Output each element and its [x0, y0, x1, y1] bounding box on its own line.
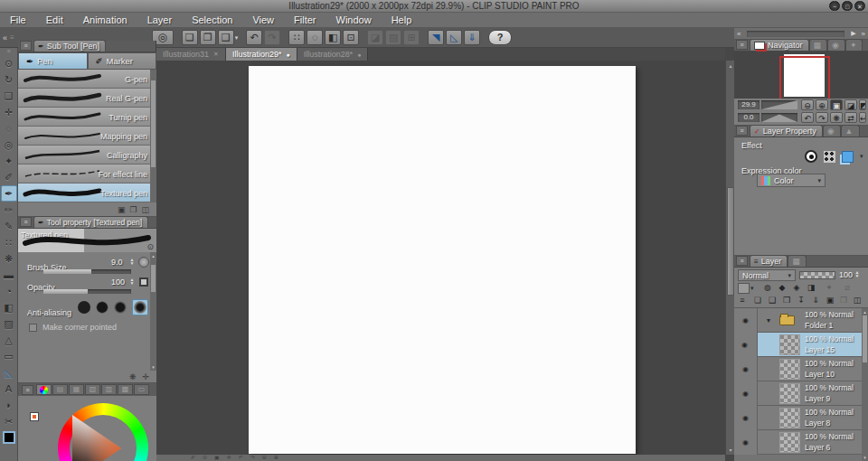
tab-color-history[interactable]: ▩: [118, 384, 133, 395]
status-icon[interactable]: ⊙: [203, 455, 207, 461]
snap-ruler-button[interactable]: ◥: [428, 30, 444, 45]
layer-property-menu-icon[interactable]: ≡: [736, 126, 748, 136]
status-icon[interactable]: ↶: [239, 455, 243, 461]
layer-name[interactable]: Folder 1: [805, 321, 833, 330]
fill-button[interactable]: ◧: [325, 30, 341, 45]
reset-rotation-button[interactable]: ❋: [830, 112, 843, 123]
flip-view-button[interactable]: ⇄: [844, 112, 857, 123]
pencil-tool-icon[interactable]: ✏: [1, 202, 17, 218]
tab-gradient[interactable]: ▭: [134, 384, 149, 395]
flip-horizontal-button[interactable]: ◪: [844, 99, 857, 110]
layer-name[interactable]: Layer 8: [805, 419, 830, 428]
tool-property-menu-icon[interactable]: ≡: [20, 217, 32, 227]
reset-view-button[interactable]: ↩: [859, 112, 866, 123]
layer-palette-color-button[interactable]: [738, 283, 750, 294]
item-bank-tab[interactable]: ◉: [827, 39, 845, 51]
zoom-out-button[interactable]: ⊖: [801, 99, 814, 110]
maximize-button[interactable]: □: [842, 1, 853, 11]
rotate-value[interactable]: 0.0: [738, 113, 760, 122]
zoom-value[interactable]: 29.9: [738, 100, 760, 109]
gradient-tool-icon[interactable]: ▨: [1, 315, 17, 332]
layer-name[interactable]: Layer 10: [805, 370, 835, 379]
selection-tool-icon[interactable]: ◌: [1, 120, 17, 136]
palette-dropdown-icon[interactable]: ▾: [750, 285, 754, 292]
status-icon[interactable]: ⊕: [274, 455, 278, 461]
line-correction-tool-icon[interactable]: ✂: [1, 413, 17, 429]
navigator-view-frame[interactable]: [779, 56, 830, 99]
doc-tab-illustration28[interactable]: Illustration28* ●: [297, 48, 369, 61]
lock-transparent-button[interactable]: ◨: [805, 282, 817, 294]
eye-icon[interactable]: ◉: [742, 365, 749, 373]
eye-icon[interactable]: ◉: [741, 341, 748, 349]
canvas-area[interactable]: [156, 61, 725, 455]
scale-rotate-button[interactable]: ⊡: [343, 30, 359, 45]
doc-tab-illustration29[interactable]: Illustration29* ●: [226, 48, 297, 61]
rotate-canvas-tool-icon[interactable]: ↻: [1, 71, 17, 88]
effect-dropdown-icon[interactable]: ▾: [860, 153, 863, 160]
visibility-cell[interactable]: ◉: [734, 333, 758, 357]
lp-extra-tab-2[interactable]: ▲: [841, 125, 860, 136]
doc-tab-illustration31[interactable]: Illustration31 ✕: [156, 48, 226, 61]
brush-tool-icon[interactable]: ✎: [1, 218, 17, 234]
layer-extra-tab[interactable]: ▦: [788, 255, 807, 267]
brush-list-scrollbar[interactable]: [150, 70, 156, 202]
play-right-icon[interactable]: ▶: [848, 30, 858, 37]
opacity-stepper[interactable]: ▲▼: [128, 278, 136, 285]
airbrush-tool-icon[interactable]: ∷: [1, 234, 17, 250]
zoom-slider[interactable]: [761, 100, 797, 109]
visibility-cell[interactable]: ◉: [734, 381, 758, 406]
menu-window[interactable]: Window: [326, 13, 382, 27]
opacity-slider[interactable]: [43, 289, 131, 294]
tool-property-tab[interactable]: ✒ Tool property [Textured pen]: [33, 216, 148, 228]
figure-tool-icon[interactable]: △: [1, 332, 17, 348]
snap-grid-button[interactable]: ⇓: [464, 30, 480, 45]
information-tab[interactable]: ✦: [845, 39, 863, 51]
lock-layer-button[interactable]: ◈: [790, 282, 803, 294]
tool-property-scrollbar[interactable]: ▴ ▾: [150, 252, 156, 371]
snap-special-button[interactable]: ◺: [446, 30, 462, 45]
layer-color-effect-icon[interactable]: [842, 151, 854, 163]
opacity-value[interactable]: 100: [111, 278, 125, 287]
tab-mixing[interactable]: ▧: [85, 384, 100, 395]
balloon-tool-icon[interactable]: ◗: [1, 397, 17, 413]
eye-icon[interactable]: ◉: [742, 316, 749, 325]
lock-icon[interactable]: ▣: [118, 205, 126, 214]
layer-name[interactable]: Layer 15: [805, 345, 835, 354]
expression-color-dropdown[interactable]: Color ▾: [757, 174, 826, 187]
tone-effect-icon[interactable]: [824, 151, 835, 163]
brush-size-indicator-icon[interactable]: [138, 257, 149, 268]
expand-arrow-icon[interactable]: ▾: [767, 316, 770, 325]
collapse-left-icon[interactable]: «: [734, 30, 743, 38]
eye-icon[interactable]: ◉: [742, 414, 749, 422]
eye-icon[interactable]: ◉: [742, 390, 749, 398]
rotate-slider[interactable]: [761, 113, 797, 122]
hue-cursor[interactable]: [31, 413, 38, 420]
new-raster-layer-button[interactable]: ❏: [751, 295, 764, 306]
aa-none-option[interactable]: [78, 301, 90, 314]
layer-opacity-slider[interactable]: [799, 271, 835, 279]
pen-tool-icon[interactable]: ✒: [1, 185, 17, 202]
layer-tab[interactable]: ≡ Layer: [750, 255, 788, 267]
brush-row-for-effect-line[interactable]: For effect line: [18, 165, 156, 183]
transfer-down-button[interactable]: ↧: [795, 295, 807, 306]
layer-thumbnail[interactable]: [779, 408, 800, 428]
tab-color-set[interactable]: ▦: [69, 384, 84, 395]
foreground-color-swatch[interactable]: [3, 431, 15, 444]
status-icon[interactable]: ⊖: [262, 455, 267, 461]
frame-border-tool-icon[interactable]: ▭: [1, 348, 17, 364]
deselect-button[interactable]: ∷: [288, 30, 305, 45]
status-icon[interactable]: ✐: [191, 455, 195, 461]
tab-color-wheel[interactable]: [36, 384, 52, 395]
layer-name[interactable]: Layer 9: [805, 394, 830, 403]
scrollbar-thumb[interactable]: [151, 265, 156, 292]
navigator-preview[interactable]: [734, 52, 868, 99]
ruler-tool-icon[interactable]: ◺: [1, 364, 17, 381]
delete-subtool-icon[interactable]: ◫: [141, 205, 149, 214]
layer-thumbnail[interactable]: [779, 359, 800, 380]
save-file-button[interactable]: ❑: [218, 30, 234, 45]
close-tab-icon[interactable]: ✕: [213, 51, 219, 58]
duplicate-subtool-icon[interactable]: ❐: [129, 205, 137, 214]
canvas-document[interactable]: [249, 66, 636, 454]
marker-tool-icon[interactable]: ✐: [1, 169, 17, 185]
layer-row-folder-1[interactable]: ◉ ▾ 100 % Normal Folder 1: [734, 308, 862, 333]
